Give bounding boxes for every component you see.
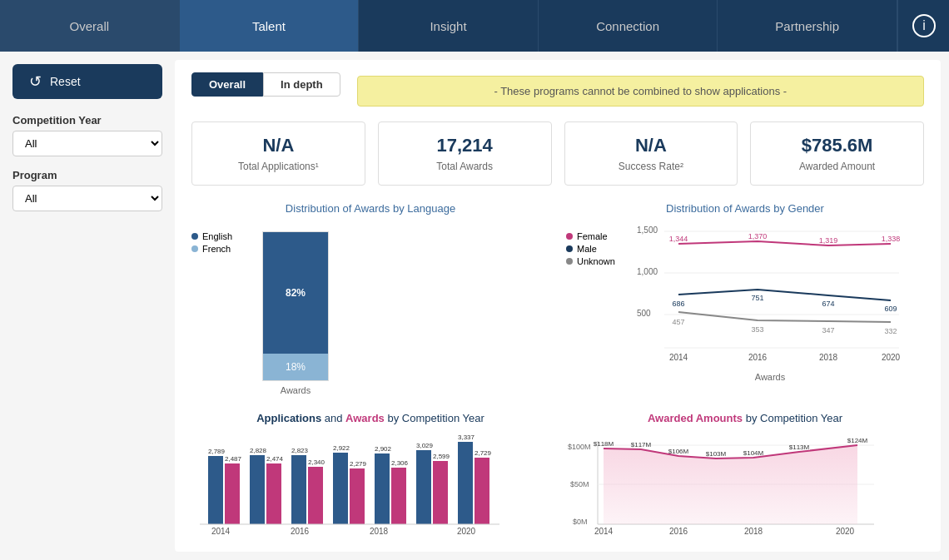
sub-tab-indepth[interactable]: In depth: [263, 72, 340, 97]
bar-app-2017: [333, 453, 348, 524]
program-label: Program: [12, 169, 162, 181]
area-chart-section: Awarded Amounts by Competition Year $100…: [566, 412, 924, 544]
tab-partnership[interactable]: Partnership: [718, 0, 897, 52]
svg-text:1,370: 1,370: [748, 232, 768, 240]
svg-text:$100M: $100M: [568, 443, 591, 451]
language-legend: English French: [191, 231, 250, 256]
svg-text:2014: 2014: [594, 527, 614, 536]
svg-text:2,474: 2,474: [266, 455, 284, 463]
bar-app-2019: [416, 450, 431, 524]
legend-female: Female: [566, 231, 624, 241]
stat-label-awards: Total Awards: [387, 161, 543, 172]
svg-text:2020: 2020: [836, 527, 855, 536]
stats-row: N/A Total Applications¹ 17,214 Total Awa…: [191, 121, 924, 186]
bar-app-2020: [458, 442, 473, 524]
bar-chart-svg: 2,789 2,487 2,828 2,474 2,823 2,340 2,92…: [191, 433, 499, 541]
french-dot: [191, 245, 198, 252]
svg-text:500: 500: [637, 309, 651, 318]
gender-chart-section: Distribution of Awards by Gender Female …: [566, 202, 924, 395]
stat-value-success: N/A: [574, 135, 729, 156]
bar-award-2016: [308, 467, 323, 524]
svg-text:$104M: $104M: [743, 449, 764, 457]
reset-icon: ↺: [29, 72, 42, 91]
bar-award-2014: [225, 463, 240, 524]
legend-male: Male: [566, 244, 624, 254]
language-bar: 82% 18%: [262, 231, 329, 381]
stat-success-rate: N/A Success Rate²: [564, 121, 738, 186]
svg-text:2018: 2018: [744, 527, 763, 536]
svg-text:2020: 2020: [457, 527, 476, 536]
bar-title-and: and: [325, 412, 345, 424]
stat-value-amount: $785.6M: [759, 135, 915, 156]
svg-text:1,338: 1,338: [882, 235, 901, 243]
info-button[interactable]: i: [897, 0, 949, 52]
bar-award-2018: [391, 468, 406, 524]
svg-text:2,279: 2,279: [350, 460, 367, 468]
svg-text:2,729: 2,729: [474, 449, 492, 457]
svg-text:353: 353: [751, 325, 763, 334]
sub-tab-overall[interactable]: Overall: [191, 72, 263, 97]
svg-text:2020: 2020: [882, 353, 901, 362]
language-chart-section: Distribution of Awards by Language Engli…: [191, 202, 549, 395]
english-dot: [191, 233, 198, 240]
stat-awarded-amount: $785.6M Awarded Amount: [750, 121, 924, 186]
svg-text:1,500: 1,500: [637, 225, 658, 235]
svg-text:3,337: 3,337: [458, 434, 475, 441]
bar-title-suffix: by Competition Year: [387, 412, 484, 424]
tab-insight[interactable]: Insight: [359, 0, 539, 52]
competition-year-label: Competition Year: [12, 114, 162, 126]
french-bar-segment: 18%: [263, 354, 328, 380]
header: Overall Talent Insight Connection Partne…: [0, 0, 949, 52]
svg-text:2014: 2014: [211, 527, 231, 536]
bar-title-awards: Awards: [345, 412, 385, 424]
competition-year-select[interactable]: All: [12, 131, 162, 156]
svg-text:751: 751: [751, 294, 763, 302]
bar-award-2019: [433, 461, 448, 524]
language-chart-title: Distribution of Awards by Language: [191, 202, 549, 215]
svg-text:457: 457: [672, 318, 684, 326]
area-chart-svg: $100M $50M $0M: [566, 433, 874, 541]
tab-overall[interactable]: Overall: [0, 0, 180, 52]
sub-tabs-row: Overall In depth - These programs cannot…: [191, 72, 924, 109]
svg-text:2018: 2018: [819, 353, 838, 362]
bar-app-2015: [250, 455, 265, 524]
main-layout: ↺ Reset Competition Year All Program All…: [0, 52, 949, 560]
stat-label-amount: Awarded Amount: [759, 161, 915, 172]
tab-talent[interactable]: Talent: [180, 0, 360, 52]
svg-text:686: 686: [672, 300, 684, 308]
svg-text:2,306: 2,306: [391, 459, 409, 467]
svg-text:2018: 2018: [370, 527, 389, 536]
stat-value-applications: N/A: [201, 135, 356, 156]
svg-text:$50M: $50M: [570, 480, 589, 488]
female-label: Female: [577, 231, 608, 241]
legend-english: English: [191, 231, 250, 241]
bar-chart-section: Applications and Awards by Competition Y…: [191, 412, 549, 544]
tab-connection[interactable]: Connection: [539, 0, 718, 52]
stat-total-applications: N/A Total Applications¹: [191, 121, 365, 186]
svg-text:332: 332: [884, 327, 897, 335]
sub-tabs: Overall In depth: [191, 72, 340, 97]
bar-chart-title: Applications and Awards by Competition Y…: [191, 412, 549, 424]
svg-text:2016: 2016: [748, 353, 768, 362]
program-select[interactable]: All: [12, 186, 162, 211]
gender-chart-svg-wrapper: 1,500 1,000 500 2014 2016 2018: [633, 223, 907, 382]
gender-legend: Female Male Unknown: [566, 231, 624, 382]
language-axis-label: Awards: [262, 385, 329, 395]
language-bar-wrapper: 82% 18% Awards: [262, 223, 329, 395]
warning-banner: - These programs cannot be combined to s…: [357, 76, 924, 107]
svg-text:674: 674: [822, 300, 834, 308]
stat-value-awards: 17,214: [387, 135, 543, 156]
svg-text:$113M: $113M: [789, 444, 810, 451]
reset-label: Reset: [50, 75, 81, 88]
svg-text:2016: 2016: [669, 527, 688, 536]
bar-app-2018: [375, 453, 390, 524]
stat-total-awards: 17,214 Total Awards: [378, 121, 552, 186]
reset-button[interactable]: ↺ Reset: [12, 64, 162, 99]
nav-tabs: Overall Talent Insight Connection Partne…: [0, 0, 897, 52]
english-bar-segment: 82%: [263, 232, 328, 354]
male-label: Male: [577, 244, 597, 254]
svg-text:2,828: 2,828: [250, 447, 267, 454]
male-dot: [566, 245, 573, 252]
svg-text:$118M: $118M: [594, 440, 614, 448]
bar-award-2017: [350, 468, 365, 524]
